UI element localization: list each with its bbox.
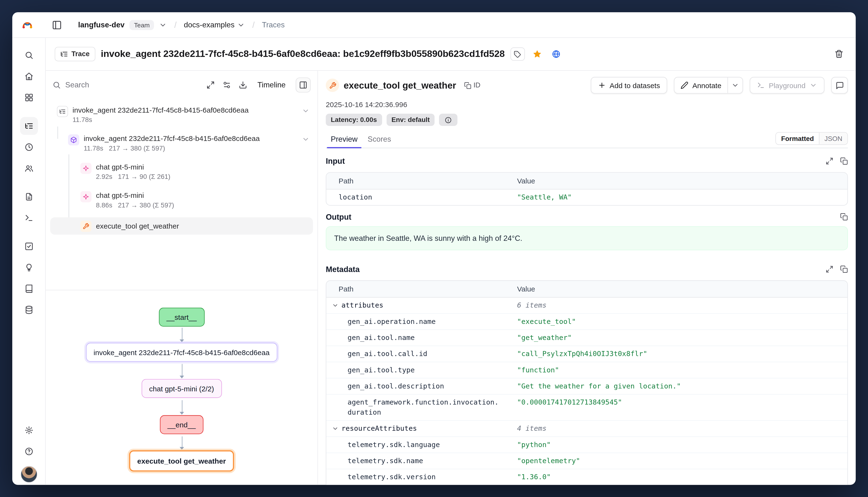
playground-label: Playground [769, 81, 805, 89]
delete-trace-icon[interactable] [831, 46, 847, 62]
graph-node-end[interactable]: __end__ [160, 415, 204, 434]
evaluation-icon[interactable] [20, 238, 38, 255]
nav-rail [12, 38, 46, 485]
dashboards-icon[interactable] [20, 89, 38, 106]
metadata-row: gen_ai.tool.type "function" [326, 362, 847, 379]
observation-timestamp: 2025-10-16 14:20:36.996 [326, 100, 848, 109]
star-icon[interactable] [531, 47, 544, 61]
metadata-section-header: Metadata [326, 264, 848, 275]
datasets-icon[interactable] [20, 280, 38, 297]
copy-id-button[interactable]: ID [464, 81, 480, 89]
metadata-group-row[interactable]: attributes 6 items [326, 298, 847, 314]
kv-path: agent_framework.function.invocation.dura… [326, 397, 517, 417]
download-icon[interactable] [239, 81, 248, 89]
input-table: Path Value location "Seattle, WA" [326, 172, 848, 205]
breadcrumb-page[interactable]: Traces [262, 20, 285, 29]
table-header: Path Value [326, 173, 847, 190]
traces-icon[interactable] [20, 117, 38, 135]
trace-header-bar: Trace invoke_agent 232de211-7fcf-45c8-b4… [46, 38, 856, 71]
info-icon[interactable] [439, 114, 458, 126]
sessions-icon[interactable] [20, 138, 38, 156]
metadata-row: gen_ai.tool.name "get_weather" [326, 330, 847, 346]
user-avatar[interactable] [20, 466, 37, 483]
breadcrumb-project[interactable]: docs-examples [184, 20, 245, 29]
graph-node-execute-tool[interactable]: execute_tool get_weather [129, 451, 234, 471]
graph-node-chat[interactable]: chat gpt-5-mini (2/2) [141, 379, 222, 398]
annotate-split-button: Annotate [674, 77, 743, 94]
timeline-toggle[interactable]: Timeline [257, 81, 286, 89]
tag-icon[interactable] [510, 47, 525, 61]
chevron-down-icon[interactable] [159, 21, 167, 29]
kv-path: telemetry.sdk.version [326, 472, 517, 482]
add-to-datasets-button[interactable]: Add to datasets [591, 77, 667, 94]
users-icon[interactable] [20, 159, 38, 177]
playground-icon[interactable] [20, 209, 38, 227]
kv-path: telemetry.sdk.language [326, 440, 517, 450]
metadata-group-row[interactable]: resourceAttributes 4 items [326, 421, 847, 437]
chevron-down-icon[interactable] [302, 105, 309, 115]
database-icon[interactable] [20, 301, 38, 319]
breadcrumb-separator: / [250, 20, 257, 30]
tree-row-trace-root[interactable]: invoke_agent 232de211-7fcf-45c8-b415-6af… [50, 104, 313, 126]
trace-badge: Trace [55, 47, 95, 61]
expand-all-icon[interactable] [207, 81, 215, 89]
help-icon[interactable] [20, 442, 38, 460]
tree-row-title: chat gpt-5-mini [96, 190, 174, 200]
expand-icon[interactable] [826, 265, 833, 273]
output-section-header: Output [326, 211, 848, 222]
chevron-down-icon[interactable] [302, 134, 309, 143]
filter-settings-icon[interactable] [223, 81, 231, 89]
graph-edge [182, 328, 183, 340]
panel-view-toggle-icon[interactable] [295, 77, 311, 93]
kv-value: "function" [517, 365, 847, 375]
breadcrumb-org[interactable]: langfuse-dev [78, 20, 124, 29]
chevron-down-icon [237, 21, 245, 29]
metadata-table: Path Value attributes 6 items gen_ai.ope… [326, 281, 848, 485]
annotate-button[interactable]: Annotate [675, 77, 728, 93]
tree-row-stats: 2.92s171 → 90 (Σ 261) [96, 172, 170, 181]
langfuse-logo[interactable] [20, 17, 35, 32]
tree-row-execute-tool[interactable]: execute_tool get_weather [50, 217, 313, 235]
project-name: docs-examples [184, 20, 235, 29]
home-icon[interactable] [20, 68, 38, 85]
metadata-heading: Metadata [326, 265, 360, 274]
comments-button[interactable] [831, 77, 848, 94]
search-input[interactable] [65, 81, 133, 89]
copy-icon[interactable] [840, 213, 848, 221]
tree-row-chat-1[interactable]: chat gpt-5-mini 2.92s171 → 90 (Σ 261) [50, 161, 313, 183]
agent-box-icon [68, 134, 79, 145]
token-usage: 217 → 380 (Σ 597) [118, 201, 174, 209]
format-json[interactable]: JSON [819, 132, 847, 144]
tree-row-invoke-agent[interactable]: invoke_agent 232de211-7fcf-45c8-b415-6af… [50, 132, 313, 154]
settings-gear-icon[interactable] [20, 421, 38, 439]
observation-detail-panel: execute_tool get_weather ID Add to datas… [318, 71, 856, 485]
graph-edge [182, 400, 183, 412]
playground-button[interactable]: Playground [750, 77, 825, 94]
tab-scores[interactable]: Scores [363, 134, 396, 148]
insights-icon[interactable] [20, 259, 38, 276]
tree-row-title: invoke_agent 232de211-7fcf-45c8-b415-6af… [72, 105, 249, 115]
org-type-badge: Team [129, 20, 154, 30]
globe-icon[interactable] [549, 47, 563, 61]
copy-icon[interactable] [840, 157, 848, 165]
tree-row-chat-2[interactable]: chat gpt-5-mini 8.86s217 → 380 (Σ 597) [50, 189, 313, 211]
kv-value: "Get the weather for a given location." [517, 381, 847, 392]
tree-controls: Timeline [46, 71, 317, 99]
kv-value: "1.36.0" [517, 472, 847, 482]
expand-icon[interactable] [826, 157, 833, 165]
table-row: location "Seattle, WA" [326, 189, 847, 205]
generation-sparkle-icon [80, 191, 91, 202]
duration: 11.78s [84, 144, 103, 152]
annotate-dropdown-icon[interactable] [727, 77, 743, 93]
format-formatted[interactable]: Formatted [776, 132, 819, 144]
sidebar-toggle-icon[interactable] [49, 17, 65, 33]
tree-row-stats: 11.78s217 → 380 (Σ 597) [84, 144, 260, 153]
search-icon[interactable] [20, 46, 38, 64]
copy-icon[interactable] [840, 265, 848, 273]
graph-edge [182, 437, 183, 448]
tab-preview[interactable]: Preview [326, 134, 363, 148]
prompts-icon[interactable] [20, 188, 38, 205]
graph-node-invoke-agent[interactable]: invoke_agent 232de211-7fcf-45c8-b415-6af… [86, 343, 278, 362]
graph-node-start[interactable]: __start__ [159, 308, 205, 327]
observation-header: execute_tool get_weather ID Add to datas… [326, 77, 848, 94]
